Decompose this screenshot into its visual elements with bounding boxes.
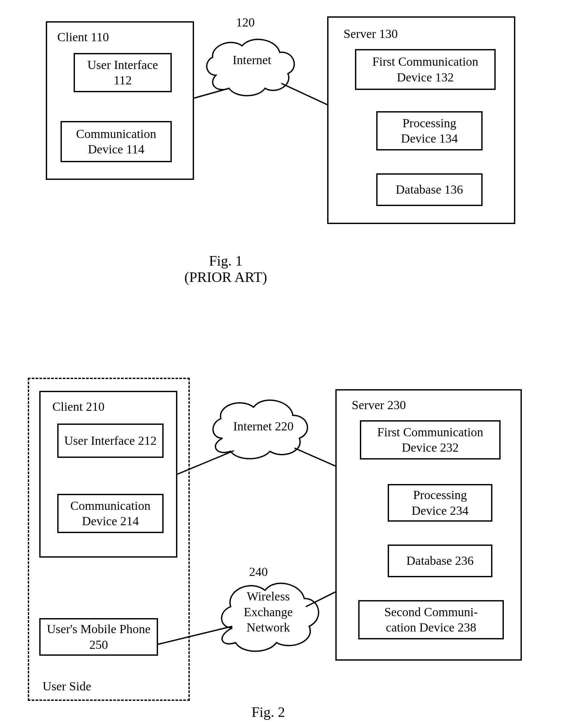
fig2-client-title: Client 210 bbox=[52, 399, 150, 415]
fig1-internet-label: Internet bbox=[222, 52, 281, 68]
page: Client 110 User Interface 112 Communicat… bbox=[0, 0, 566, 728]
fig1-comm-device-label: Communication Device 114 bbox=[60, 121, 172, 162]
fig2-first-comm-label: First Communication Device 232 bbox=[360, 420, 501, 459]
fig1-caption-line1: Fig. 1 bbox=[177, 252, 275, 270]
fig2-wireless-number: 240 bbox=[242, 564, 275, 580]
fig2-wireless-label: Wireless Exchange Network bbox=[235, 589, 301, 635]
fig2-mobile-phone-label: User's Mobile Phone 250 bbox=[39, 618, 158, 656]
fig2-database-label: Database 236 bbox=[388, 545, 492, 577]
svg-line-3 bbox=[295, 448, 335, 466]
fig1-internet-number: 120 bbox=[229, 15, 262, 30]
fig1-user-interface-label: User Interface 112 bbox=[74, 53, 172, 92]
svg-line-0 bbox=[194, 88, 229, 98]
fig1-processing-label: Processing Device 134 bbox=[376, 111, 483, 150]
fig1-caption-line2: (PRIOR ART) bbox=[163, 268, 288, 286]
fig2-comm-device-label: Communication Device 214 bbox=[57, 494, 163, 533]
fig1-server-title: Server 130 bbox=[344, 26, 442, 42]
fig1-client-title: Client 110 bbox=[57, 29, 155, 45]
svg-line-1 bbox=[281, 83, 327, 105]
fig2-second-comm-label: Second Communi- cation Device 238 bbox=[358, 600, 504, 639]
fig2-internet-label: Internet 220 bbox=[226, 419, 301, 434]
fig2-caption: Fig. 2 bbox=[235, 703, 301, 721]
svg-line-5 bbox=[306, 592, 335, 607]
fig2-user-side-label: User Side bbox=[43, 679, 124, 694]
fig2-user-interface-label: User Interface 212 bbox=[57, 424, 163, 458]
fig2-server-title: Server 230 bbox=[352, 397, 450, 413]
fig2-processing-label: Processing Device 234 bbox=[388, 484, 492, 522]
fig1-first-comm-label: First Communication Device 132 bbox=[355, 49, 496, 90]
fig1-database-label: Database 136 bbox=[376, 173, 483, 206]
